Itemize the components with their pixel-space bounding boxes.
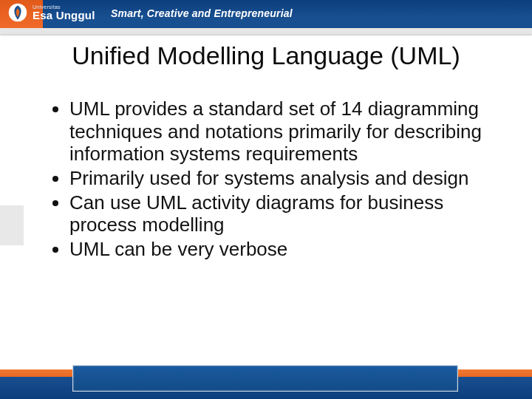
top-banner: Universitas Esa Unggul Smart, Creative a… xyxy=(0,0,532,28)
decorative-side-block xyxy=(0,205,24,245)
banner-underline xyxy=(0,28,532,34)
university-logo: Universitas Esa Unggul xyxy=(7,2,95,23)
header-tagline: Smart, Creative and Entrepreneurial xyxy=(111,7,293,19)
logo-big-text: Esa Unggul xyxy=(33,10,95,21)
logo-crest-icon xyxy=(7,2,28,23)
bullet-item: Can use UML activity diagrams for busine… xyxy=(69,191,488,236)
bullet-item: UML can be very verbose xyxy=(69,238,488,261)
slide-content: UML provides a standard set of 14 diagra… xyxy=(52,98,488,262)
bottom-inner-box xyxy=(72,365,458,392)
slide-title: Unified Modelling Language (UML) xyxy=(0,41,532,70)
bullet-item: UML provides a standard set of 14 diagra… xyxy=(69,98,488,166)
bullet-item: Primarily used for systems analysis and … xyxy=(69,167,488,190)
bottom-banner xyxy=(0,356,532,399)
